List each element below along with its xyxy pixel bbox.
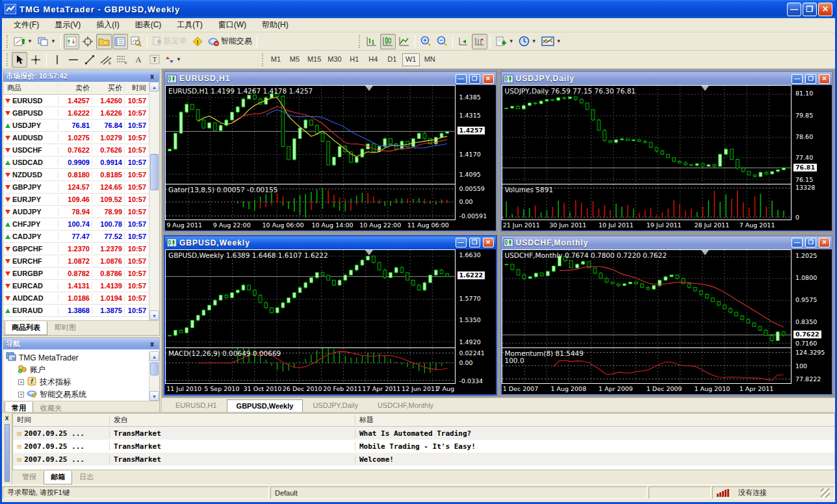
mail-row-2[interactable]: ✉2007.09.25 ...TransMarketWelcome! [13, 453, 834, 466]
close-icon[interactable]: x [148, 340, 157, 347]
chart-close-button[interactable]: ✕ [483, 74, 494, 84]
chart-shift-marker[interactable] [365, 86, 373, 91]
market-watch-tab-1[interactable]: 即时图 [47, 321, 83, 335]
chart-tab-usdjpy-daily[interactable]: USDJPY,Daily [303, 399, 368, 412]
indicators-button[interactable]: ▼ [539, 34, 563, 49]
chart-indicator-pane[interactable]: Momentum(8) 81.5449 100.0 [502, 348, 792, 384]
chart-close-button[interactable]: ✕ [819, 238, 830, 247]
market-watch-header[interactable]: 市场报价: 10:57:42 x [3, 70, 159, 82]
market-watch-toggle[interactable] [64, 34, 79, 49]
timeframe-m1[interactable]: M1 [267, 53, 285, 66]
menu-item-5[interactable]: 窗口(W) [211, 18, 254, 32]
chart-window-titlebar[interactable]: USDJPY,Daily — ❒ ✕ [502, 72, 832, 85]
symbol-row-eurcad[interactable]: EURCAD1.41311.413910:57 [3, 280, 149, 292]
chart-restore-button[interactable]: ❒ [805, 238, 816, 247]
toolbar-grip[interactable] [6, 35, 9, 48]
important-button[interactable]: ! [190, 34, 205, 49]
timeframe-m15[interactable]: M15 [305, 53, 324, 66]
menu-item-2[interactable]: 插入(I) [88, 18, 127, 32]
timeframe-h4[interactable]: H4 [365, 53, 382, 66]
scroll-thumb[interactable] [150, 154, 159, 190]
chart-close-button[interactable]: ✕ [819, 74, 830, 84]
scroll-down-icon[interactable]: ▼ [149, 310, 159, 320]
menu-item-0[interactable]: 文件(F) [6, 18, 47, 32]
auto-scroll-button[interactable] [456, 34, 471, 49]
symbol-row-gbpchf[interactable]: GBPCHF1.23701.237910:57 [3, 243, 149, 255]
symbol-row-audcad[interactable]: AUDCAD1.01861.019410:57 [3, 292, 149, 305]
chart-window-titlebar[interactable]: EURUSD,H1 — ❒ ✕ [165, 72, 496, 85]
expand-icon[interactable]: + [18, 379, 24, 385]
symbol-row-gbpusd[interactable]: GBPUSD1.62221.622610:57 [3, 107, 149, 120]
chart-minimize-button[interactable]: — [456, 74, 467, 84]
chart-price-axis[interactable]: 1.43851.43151.41701.40951.4257 [456, 85, 496, 184]
data-window-button[interactable] [80, 34, 96, 49]
terminal-tab-2[interactable]: 日志 [72, 470, 101, 485]
column-header-bid[interactable]: 卖价 [58, 83, 92, 93]
zoom-out-button[interactable] [434, 34, 450, 49]
resize-grip[interactable] [821, 488, 830, 498]
chart-indicator-axis[interactable]: 124.329510077.8222 [792, 348, 832, 384]
chart-minimize-button[interactable]: — [792, 74, 803, 84]
chart-tab-usdchf-monthly[interactable]: USDCHF,Monthly [368, 399, 443, 412]
navigator-item-2[interactable]: +f技术指标 [6, 376, 149, 388]
candlestick-chart-button[interactable] [380, 34, 396, 49]
close-button[interactable]: ✕ [818, 3, 832, 16]
column-header-subject[interactable]: 标题 [355, 415, 834, 425]
terminal-toggle[interactable] [112, 34, 128, 49]
symbol-row-usdjpy[interactable]: USDJPY76.8176.8410:57 [3, 120, 149, 132]
zoom-in-button[interactable] [418, 34, 433, 49]
menu-item-3[interactable]: 图表(C) [127, 18, 170, 32]
chart-restore-button[interactable]: ❒ [469, 74, 480, 84]
timeframe-m30[interactable]: M30 [325, 53, 344, 66]
text-tool[interactable]: A [131, 52, 146, 68]
mail-row-0[interactable]: ✉2007.09.25 ...TransMarketWhat Is Automa… [13, 427, 834, 440]
minimize-button[interactable]: — [787, 3, 801, 16]
chart-main-pane[interactable]: USDJPY,Daily 76.59 77.15 76.30 76.81 [502, 85, 792, 184]
toolbar-grip[interactable] [262, 53, 264, 66]
symbol-row-usdcad[interactable]: USDCAD0.99090.991410:57 [3, 157, 149, 169]
chart-shift-button[interactable] [472, 34, 487, 49]
chart-main-pane[interactable]: USDCHF,Monthly 0.7674 0.7800 0.7220 0.76… [502, 249, 792, 349]
column-header-time[interactable]: 时间 [124, 83, 149, 93]
new-order-button[interactable]: 新定单 [150, 34, 189, 49]
arrows-tool[interactable]: ▼ [163, 52, 183, 68]
column-header-from[interactable]: 发自 [109, 415, 355, 425]
symbol-row-eurchf[interactable]: EURCHF1.08721.087610:57 [3, 255, 149, 268]
symbol-row-eurgbp[interactable]: EURGBP0.87820.878610:57 [3, 268, 149, 280]
equidistant-channel-tool[interactable]: E [98, 52, 114, 68]
chart-restore-button[interactable]: ❒ [805, 74, 816, 84]
timeframe-h1[interactable]: H1 [346, 53, 363, 66]
chart-shift-marker[interactable] [701, 86, 709, 91]
symbol-row-eurusd[interactable]: EURUSD1.42571.426010:57 [3, 95, 149, 107]
scroll-up-icon[interactable]: ▲ [149, 351, 159, 361]
chart-shift-marker[interactable] [365, 250, 373, 255]
timeframe-w1[interactable]: W1 [402, 53, 420, 66]
symbol-row-audjpy[interactable]: AUDJPY78.9478.9910:57 [3, 206, 149, 218]
timeframe-mn[interactable]: MN [421, 53, 439, 66]
text-label-tool[interactable]: T [147, 52, 162, 68]
symbol-row-cadjpy[interactable]: CADJPY77.4777.5210:57 [3, 231, 149, 243]
chart-shift-marker[interactable] [701, 250, 709, 255]
strategy-tester-button[interactable] [129, 34, 144, 49]
navigator-toggle[interactable] [96, 34, 112, 49]
chart-indicator-pane[interactable]: MACD(12,26,9) 0.00649 0.00669 [165, 348, 456, 384]
chart-indicator-axis[interactable]: 133280 [792, 184, 832, 220]
scroll-down-icon[interactable]: ▼ [149, 391, 159, 401]
menu-item-6[interactable]: 帮助(H) [254, 18, 296, 32]
terminal-grip-bar[interactable] [5, 424, 10, 482]
chart-price-axis[interactable]: 81.1079.8578.6077.4076.1576.81 [792, 85, 832, 184]
column-header-symbol[interactable]: 商品 [3, 83, 58, 93]
expand-icon[interactable]: + [18, 392, 24, 397]
symbol-row-chfjpy[interactable]: CHFJPY100.74100.7810:57 [3, 218, 149, 231]
mail-row-1[interactable]: ✉2007.09.25 ...TransMarketMobile Trading… [13, 440, 834, 453]
templates-button[interactable]: ▼ [493, 34, 516, 49]
symbol-row-usdchf[interactable]: USDCHF0.76220.762610:57 [3, 144, 149, 157]
menu-item-4[interactable]: 工具(T) [169, 18, 210, 32]
chart-tab-eurusd-h1[interactable]: EURUSD,H1 [166, 399, 227, 412]
chart-time-axis[interactable]: 21 Jun 201130 Jun 201110 Jul 201119 Jul … [502, 220, 792, 231]
fibonacci-tool[interactable]: F [114, 52, 130, 68]
profiles-button[interactable]: ▼ [35, 34, 58, 49]
crosshair-tool[interactable] [28, 52, 44, 68]
cursor-tool[interactable] [12, 52, 27, 68]
chart-time-axis[interactable]: 9 Aug 20119 Aug 22:0010 Aug 06:0010 Aug … [165, 220, 456, 231]
